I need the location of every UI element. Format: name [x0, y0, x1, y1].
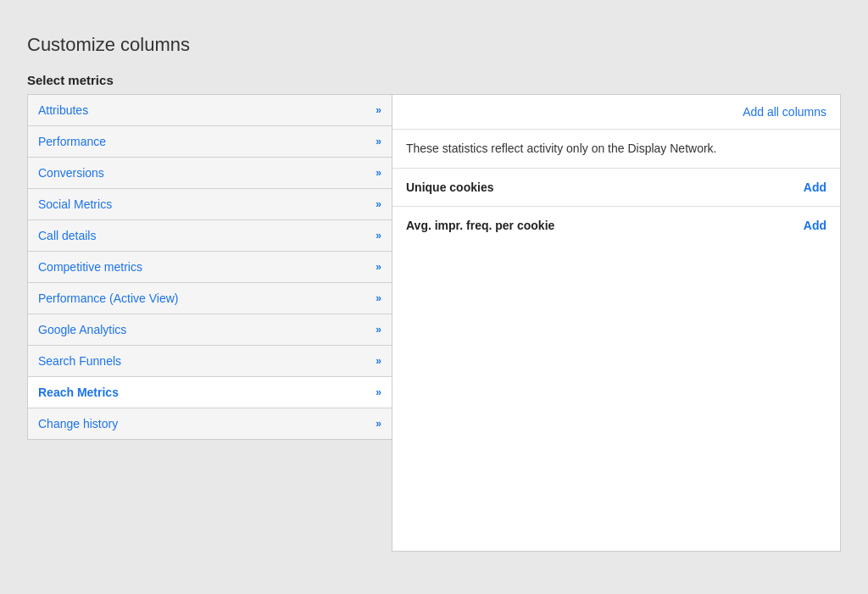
chevron-icon-search-funnels: » — [376, 355, 381, 367]
description-text: These statistics reflect activity only o… — [392, 130, 840, 169]
menu-item-label-call-details: Call details — [38, 229, 96, 242]
menu-item-reach-metrics[interactable]: Reach Metrics» — [28, 377, 392, 408]
menu-item-label-performance: Performance — [38, 135, 106, 148]
chevron-icon-competitive-metrics: » — [376, 261, 381, 273]
metric-row-unique-cookies: Unique cookiesAdd — [392, 169, 840, 207]
chevron-icon-attributes: » — [376, 104, 381, 116]
menu-item-change-history[interactable]: Change history» — [28, 408, 392, 439]
menu-item-social-metrics[interactable]: Social Metrics» — [28, 189, 392, 220]
menu-item-label-performance-active-view: Performance (Active View) — [38, 291, 178, 305]
right-panel: Add all columns These statistics reflect… — [392, 94, 841, 552]
menu-item-label-social-metrics: Social Metrics — [38, 197, 112, 211]
metric-row-avg-impr-freq: Avg. impr. freq. per cookieAdd — [392, 207, 840, 244]
main-layout: Attributes»Performance»Conversions»Socia… — [27, 94, 841, 552]
menu-item-conversions[interactable]: Conversions» — [28, 158, 392, 189]
chevron-icon-call-details: » — [376, 230, 381, 241]
chevron-icon-change-history: » — [376, 418, 381, 430]
chevron-icon-conversions: » — [376, 167, 381, 179]
add-button-unique-cookies[interactable]: Add — [804, 180, 826, 194]
chevron-icon-performance-active-view: » — [376, 292, 381, 304]
menu-item-search-funnels[interactable]: Search Funnels» — [28, 346, 392, 377]
add-all-columns-button[interactable]: Add all columns — [743, 105, 826, 119]
menu-item-call-details[interactable]: Call details» — [28, 220, 392, 252]
customize-columns-container: Customize columns Select metrics Attribu… — [19, 17, 849, 569]
chevron-icon-performance: » — [376, 136, 381, 147]
page-title: Customize columns — [27, 34, 841, 56]
chevron-icon-reach-metrics: » — [376, 386, 381, 398]
chevron-icon-google-analytics: » — [376, 324, 381, 336]
menu-item-performance[interactable]: Performance» — [28, 126, 392, 158]
right-panel-header: Add all columns — [392, 95, 840, 130]
menu-item-label-search-funnels: Search Funnels — [38, 354, 121, 368]
menu-item-google-analytics[interactable]: Google Analytics» — [28, 314, 392, 346]
left-panel: Attributes»Performance»Conversions»Socia… — [27, 94, 392, 440]
menu-item-label-change-history: Change history — [38, 417, 118, 430]
add-button-avg-impr-freq[interactable]: Add — [804, 219, 826, 232]
select-metrics-label: Select metrics — [27, 73, 841, 87]
metric-name-unique-cookies: Unique cookies — [406, 180, 493, 194]
menu-item-label-conversions: Conversions — [38, 166, 104, 180]
menu-item-label-competitive-metrics: Competitive metrics — [38, 260, 142, 274]
menu-item-competitive-metrics[interactable]: Competitive metrics» — [28, 252, 392, 283]
menu-item-label-attributes: Attributes — [38, 103, 88, 117]
metric-name-avg-impr-freq: Avg. impr. freq. per cookie — [406, 219, 554, 232]
menu-item-label-google-analytics: Google Analytics — [38, 323, 126, 336]
chevron-icon-social-metrics: » — [376, 198, 381, 210]
menu-item-performance-active-view[interactable]: Performance (Active View)» — [28, 283, 392, 314]
menu-item-attributes[interactable]: Attributes» — [28, 95, 392, 126]
menu-item-label-reach-metrics: Reach Metrics — [38, 386, 119, 399]
